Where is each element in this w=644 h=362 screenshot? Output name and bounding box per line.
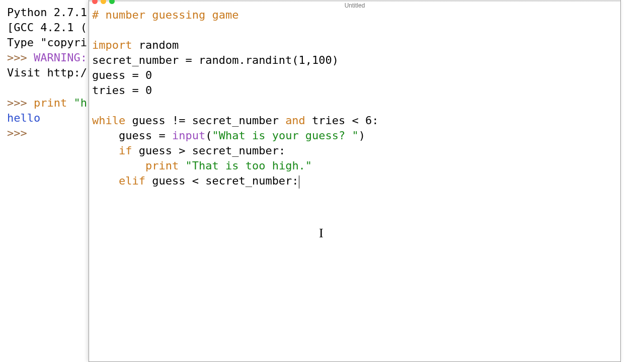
keyword-if: if xyxy=(92,144,132,157)
close-icon[interactable] xyxy=(92,0,98,4)
window-controls xyxy=(92,0,115,4)
code-comment: # number guessing game xyxy=(92,9,238,21)
shell-line: Python 2.7.1 xyxy=(7,6,87,19)
minimize-icon[interactable] xyxy=(101,0,106,4)
keyword-import: import xyxy=(92,39,132,51)
keyword-while: while xyxy=(92,114,125,127)
code-text: guess = 0 xyxy=(92,69,152,81)
string-literal: "What is your guess? " xyxy=(212,129,358,142)
zoom-icon[interactable] xyxy=(109,0,115,4)
keyword-print: print xyxy=(145,159,179,172)
code-text: guess > secret_number: xyxy=(132,144,285,157)
print-keyword: print xyxy=(34,97,67,109)
shell-prompt: >>> xyxy=(7,127,34,139)
code-text: guess != secret_number xyxy=(125,114,285,127)
code-text: secret_number = random.randint(1,100) xyxy=(92,54,339,66)
keyword-and: and xyxy=(285,114,305,127)
shell-line: Visit http:/ xyxy=(7,66,87,79)
code-text xyxy=(92,159,145,172)
shell-warning: WARNING: xyxy=(34,51,87,64)
code-text: tries < 6: xyxy=(305,114,379,127)
code-text xyxy=(179,159,185,172)
code-text: ) xyxy=(359,129,365,142)
code-text: tries = 0 xyxy=(92,84,152,97)
keyword-elif: elif xyxy=(92,174,145,187)
shell-prompt: >>> xyxy=(7,51,34,64)
mouse-ibeam-cursor: I xyxy=(319,226,324,241)
shell-output: hello xyxy=(7,112,40,124)
code-text: guess = xyxy=(92,129,172,142)
string-literal: "That is too high." xyxy=(185,159,312,172)
code-text: ( xyxy=(205,129,212,142)
shell-line: Type "copyri xyxy=(7,36,87,49)
editor-window[interactable]: Untitled # number guessing game import r… xyxy=(89,0,621,362)
shell-prompt: >>> xyxy=(7,97,34,109)
builtin-input: input xyxy=(172,129,205,142)
text-cursor xyxy=(299,175,299,189)
code-editor[interactable]: # number guessing game import random sec… xyxy=(92,8,617,361)
code-text: random xyxy=(132,39,179,51)
print-arg: "h xyxy=(67,97,87,109)
code-text: guess < secret_number: xyxy=(145,174,299,187)
shell-line: [GCC 4.2.1 ( xyxy=(7,21,87,34)
